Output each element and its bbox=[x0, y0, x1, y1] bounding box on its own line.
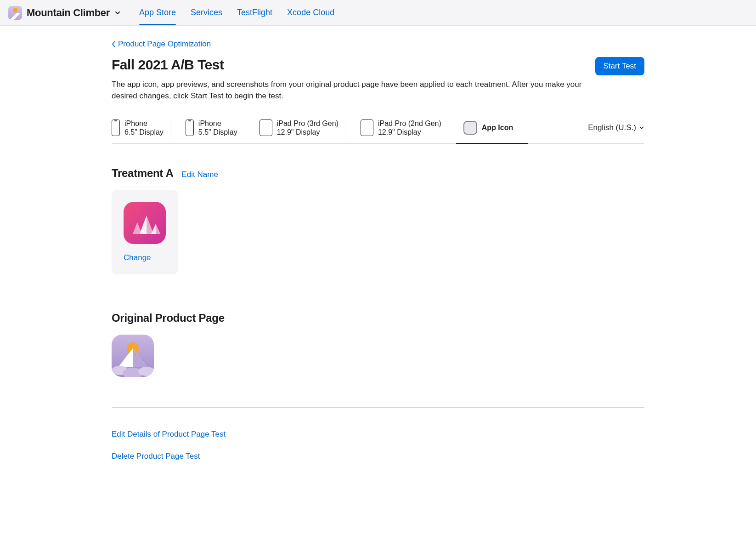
treatment-icon-card: Change bbox=[112, 190, 178, 274]
phone-icon bbox=[186, 120, 194, 136]
phone-icon bbox=[112, 120, 120, 136]
device-label: App Icon bbox=[482, 123, 513, 132]
device-tab-ipad-2nd[interactable]: iPad Pro (2nd Gen) 12.9" Display bbox=[353, 114, 456, 143]
chevron-down-icon bbox=[639, 125, 644, 131]
svg-marker-8 bbox=[133, 348, 147, 367]
nav-tab-xcode-cloud[interactable]: Xcode Cloud bbox=[280, 0, 342, 25]
device-tab-app-icon[interactable]: App Icon bbox=[456, 114, 528, 143]
chevron-left-icon bbox=[112, 40, 116, 48]
app-icon-shape-icon bbox=[463, 121, 477, 135]
original-section: Original Product Page bbox=[112, 312, 644, 377]
device-label: iPad Pro (2nd Gen) 12.9" Display bbox=[378, 119, 441, 137]
footer-links: Edit Details of Product Page Test Delete… bbox=[112, 430, 644, 461]
app-name: Mountain Climber bbox=[27, 7, 110, 19]
device-label: iPhone 6.5" Display bbox=[124, 119, 164, 137]
language-label: English (U.S.) bbox=[588, 123, 636, 132]
language-selector[interactable]: English (U.S.) bbox=[588, 114, 644, 143]
section-header: Original Product Page bbox=[112, 312, 644, 324]
ipad-icon bbox=[260, 120, 272, 136]
delete-test-link[interactable]: Delete Product Page Test bbox=[112, 452, 644, 461]
treatment-section: Treatment A Edit Name Change bbox=[112, 167, 644, 274]
nav-tabs: App Store Services TestFlight Xcode Clou… bbox=[132, 0, 342, 25]
svg-marker-5 bbox=[156, 224, 160, 234]
treatment-app-icon bbox=[124, 202, 166, 244]
main-container: Product Page Optimization Fall 2021 A/B … bbox=[75, 26, 681, 488]
edit-details-link[interactable]: Edit Details of Product Page Test bbox=[112, 430, 644, 439]
nav-tab-testflight[interactable]: TestFlight bbox=[230, 0, 280, 25]
device-tab-iphone-55[interactable]: iPhone 5.5" Display bbox=[178, 114, 252, 143]
device-label: iPhone 5.5" Display bbox=[198, 119, 237, 137]
original-app-icon bbox=[112, 335, 154, 377]
device-tabs: iPhone 6.5" Display iPhone 5.5" Display … bbox=[112, 114, 644, 143]
section-header: Treatment A Edit Name bbox=[112, 167, 644, 180]
edit-name-link[interactable]: Edit Name bbox=[182, 170, 218, 179]
ipad-icon bbox=[361, 120, 373, 136]
chevron-down-icon bbox=[114, 10, 121, 16]
title-row: Fall 2021 A/B Test Start Test bbox=[112, 57, 644, 75]
device-tab-iphone-65[interactable]: iPhone 6.5" Display bbox=[112, 114, 178, 143]
page-title: Fall 2021 A/B Test bbox=[112, 57, 224, 73]
divider bbox=[112, 407, 644, 408]
header-bar: Mountain Climber App Store Services Test… bbox=[0, 0, 756, 26]
change-icon-link[interactable]: Change bbox=[124, 253, 151, 262]
treatment-title: Treatment A bbox=[112, 167, 174, 180]
app-icon bbox=[8, 6, 22, 20]
original-title: Original Product Page bbox=[112, 312, 225, 324]
nav-tab-services[interactable]: Services bbox=[183, 0, 230, 25]
back-link[interactable]: Product Page Optimization bbox=[112, 40, 211, 49]
back-link-label: Product Page Optimization bbox=[118, 40, 211, 49]
start-test-button[interactable]: Start Test bbox=[595, 57, 645, 75]
device-tab-ipad-3rd[interactable]: iPad Pro (3rd Gen) 12.9" Display bbox=[252, 114, 353, 143]
device-label: iPad Pro (3rd Gen) 12.9" Display bbox=[277, 119, 339, 137]
app-selector[interactable]: Mountain Climber bbox=[8, 6, 121, 20]
nav-tab-app-store[interactable]: App Store bbox=[132, 0, 183, 25]
page-description: The app icon, app previews, and screensh… bbox=[112, 79, 594, 102]
divider bbox=[112, 294, 644, 294]
